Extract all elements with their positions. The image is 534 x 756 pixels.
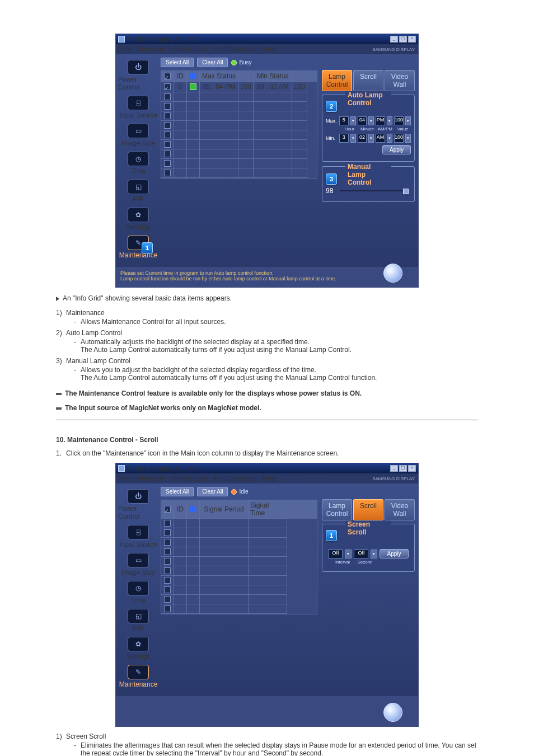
min-ampm-select[interactable]: AM: [376, 134, 385, 143]
dropdown-arrow-icon[interactable]: ▾: [350, 134, 356, 143]
row-check[interactable]: [164, 586, 171, 593]
callout-2: 2: [326, 101, 337, 112]
dropdown-arrow-icon[interactable]: ▾: [350, 116, 356, 125]
header-check-icon[interactable]: [164, 506, 171, 513]
row-check[interactable]: [164, 520, 171, 527]
row-check[interactable]: [164, 558, 171, 565]
row-check[interactable]: [164, 548, 171, 555]
row-check[interactable]: [164, 112, 171, 119]
manual-slider[interactable]: [340, 190, 409, 191]
sidebar-item-power[interactable]: ⏻Power Control: [118, 489, 158, 520]
pip-icon: ◱: [128, 180, 149, 194]
grid-row[interactable]: 0 05 : 04 PM 100 03 : 02 AM 100: [161, 82, 317, 92]
sidebar-item-time[interactable]: ◷Time: [118, 581, 158, 604]
row-check[interactable]: [164, 103, 171, 110]
row-check[interactable]: [164, 160, 171, 167]
sidebar-item-time[interactable]: ◷ Time: [118, 152, 158, 175]
clear-all-button[interactable]: Clear All: [197, 487, 228, 496]
row-check[interactable]: [164, 141, 171, 148]
grid-toolbar: Select All Clear All Busy: [161, 58, 317, 67]
menu-file[interactable]: File: [119, 475, 130, 482]
menu-file[interactable]: File: [119, 45, 130, 53]
row-check[interactable]: [164, 605, 171, 612]
minimize-button[interactable]: _: [390, 36, 398, 43]
min-label: Min.: [326, 135, 338, 141]
menu-safety-lock[interactable]: Safety Lock: [172, 475, 208, 482]
row-check[interactable]: [164, 539, 171, 546]
menu-port-selection[interactable]: Port Selection: [214, 45, 256, 53]
busy-dot-icon: [231, 60, 237, 65]
menu-remocon[interactable]: Remocon: [137, 475, 165, 482]
min-value-select[interactable]: 100: [394, 134, 404, 143]
sidebar-item-settings[interactable]: ✿Settings: [118, 637, 158, 660]
dropdown-arrow-icon[interactable]: ▾: [405, 116, 411, 125]
sidebar-label: Settings: [126, 223, 150, 231]
row-check[interactable]: [164, 529, 171, 536]
sidebar-item-maintenance[interactable]: ✎Maintenance: [118, 665, 158, 688]
dropdown-arrow-icon[interactable]: ▾: [387, 116, 392, 125]
max-ampm-select[interactable]: PM: [376, 116, 385, 125]
sidebar-item-input[interactable]: ⍇ Input Source: [118, 96, 158, 119]
max-min-select[interactable]: 04: [358, 116, 367, 125]
min-min-select[interactable]: 02: [358, 134, 367, 143]
clear-all-button[interactable]: Clear All: [197, 58, 228, 67]
row-check[interactable]: [164, 567, 171, 574]
row-check[interactable]: [164, 122, 171, 129]
row-check[interactable]: [164, 596, 171, 603]
min-hour-select[interactable]: 3: [339, 134, 349, 143]
row-check[interactable]: [164, 83, 171, 90]
interval-select[interactable]: Off: [328, 550, 343, 558]
close-button[interactable]: ×: [408, 36, 416, 43]
menu-safety-lock[interactable]: Safety Lock: [172, 45, 208, 53]
dropdown-arrow-icon[interactable]: ▾: [368, 134, 374, 143]
tab-lamp-control[interactable]: Lamp Control: [322, 70, 352, 91]
sidebar-item-pip[interactable]: ◱PIP: [118, 609, 158, 632]
maximize-button[interactable]: ▢: [399, 465, 407, 472]
dropdown-arrow-icon[interactable]: ▾: [371, 550, 377, 558]
row-check[interactable]: [164, 93, 171, 100]
tab-lamp-control[interactable]: Lamp Control: [322, 499, 352, 520]
dropdown-arrow-icon[interactable]: ▾: [387, 134, 392, 143]
cell-min-time: 03 : 02 AM: [254, 82, 292, 92]
sec10-step1: 1. Click on the "Maintenance" icon in th…: [56, 449, 478, 457]
sidebar-item-input[interactable]: ⍇Input Source: [118, 525, 158, 548]
max-value-select[interactable]: 100: [394, 116, 404, 125]
sidebar-item-image-size[interactable]: ▭ Image Size: [118, 124, 158, 147]
slider-knob-icon[interactable]: [403, 189, 409, 194]
second-select[interactable]: Off: [354, 550, 368, 558]
auto-apply-button[interactable]: Apply: [382, 145, 411, 154]
max-label: Max.: [326, 118, 338, 124]
footer-line2: Lamp control function should be run by e…: [120, 276, 414, 281]
scroll-apply-button[interactable]: Apply: [380, 549, 408, 558]
row-check[interactable]: [164, 151, 171, 157]
select-all-button[interactable]: Select All: [161, 58, 194, 67]
row-check[interactable]: [164, 170, 171, 176]
tab-video-wall[interactable]: Video Wall: [385, 70, 415, 91]
tab-scroll[interactable]: Scroll: [353, 499, 383, 520]
sidebar-item-settings[interactable]: ✿ Settings: [118, 208, 158, 231]
close-button[interactable]: ×: [408, 465, 416, 472]
row-check[interactable]: [164, 132, 171, 138]
sidebar-item-pip[interactable]: ◱ PIP: [118, 180, 158, 203]
menu-remocon[interactable]: Remocon: [137, 45, 165, 53]
menu-help[interactable]: Help: [263, 45, 277, 53]
select-all-button[interactable]: Select All: [161, 487, 194, 496]
menu-port-selection[interactable]: Port Selection: [214, 475, 256, 482]
tab-scroll[interactable]: Scroll: [353, 70, 383, 91]
sidebar-item-power[interactable]: ⏻ Power Control: [118, 60, 158, 91]
dropdown-arrow-icon[interactable]: ▾: [345, 550, 352, 558]
item-3: 3) Manual Lamp Control - Allows you to a…: [56, 357, 478, 383]
max-hour-select[interactable]: 5: [339, 116, 349, 125]
center-column: Select All Clear All Busy ID Max Status: [160, 54, 320, 267]
row-check[interactable]: [164, 577, 171, 584]
sidebar-label: Power Control: [118, 76, 158, 91]
maximize-button[interactable]: ▢: [399, 36, 407, 43]
menu-help[interactable]: Help: [263, 475, 277, 482]
header-check-icon[interactable]: [164, 73, 171, 79]
dropdown-arrow-icon[interactable]: ▾: [368, 116, 374, 125]
sidebar-item-image-size[interactable]: ▭Image Size: [118, 553, 158, 576]
tab-video-wall[interactable]: Video Wall: [385, 499, 415, 520]
dropdown-arrow-icon[interactable]: ▾: [405, 134, 411, 143]
gear-icon: ✿: [128, 637, 149, 651]
minimize-button[interactable]: _: [390, 465, 398, 472]
